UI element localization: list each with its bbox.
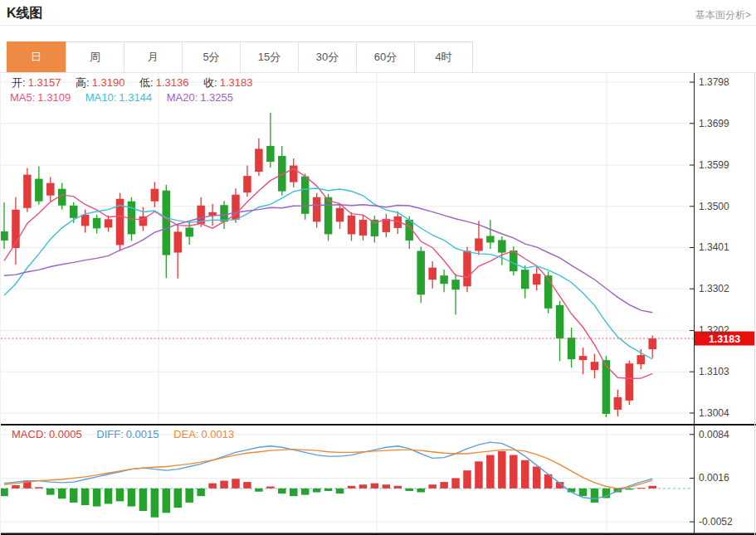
macd-bar <box>128 489 136 507</box>
candle <box>185 227 193 236</box>
ma5-value: 1.3109 <box>37 91 71 104</box>
macd-bar <box>348 486 356 489</box>
candle <box>151 189 159 202</box>
candle <box>521 270 529 289</box>
candle <box>23 175 32 208</box>
candle <box>266 146 275 162</box>
macd-bar <box>324 489 333 491</box>
macd-legend: MACD:0.0005 DIFF:0.0015 DEA:0.0013 <box>12 428 246 440</box>
close-label: 收: <box>203 76 217 89</box>
dea-label: DEA: <box>173 428 198 440</box>
macd-bar <box>163 489 171 513</box>
axis-label: 1.3202 <box>699 324 729 336</box>
open-label: 开: <box>12 76 26 89</box>
panel-separator <box>1 424 756 426</box>
dea-line <box>4 450 652 489</box>
candle <box>324 197 333 235</box>
candle <box>556 305 564 338</box>
macd-bar <box>648 486 656 489</box>
axis-label: 1.3302 <box>699 283 729 294</box>
candle <box>163 191 171 255</box>
low-label: 低: <box>139 76 154 89</box>
macd-bar <box>174 489 183 508</box>
axis-label: -0.0052 <box>699 516 733 528</box>
ma5-label: MA5: <box>10 91 35 104</box>
macd-bar <box>463 470 471 489</box>
macd-bar <box>116 489 124 502</box>
ma-legend: MA5:1.3109 MA10:1.3144 MA20:1.3255 <box>10 91 245 104</box>
dea-value: 0.0013 <box>202 428 235 440</box>
tab-5分[interactable]: 5分 <box>182 42 240 72</box>
macd-bar <box>46 489 55 495</box>
candle <box>93 218 101 229</box>
tab-月[interactable]: 月 <box>124 42 182 72</box>
period-tab-strip: 日周月5分15分30分60分4时 <box>7 41 473 73</box>
candle <box>533 274 541 285</box>
macd-bar <box>208 484 217 489</box>
candle <box>614 397 622 410</box>
macd-bar <box>510 455 518 489</box>
tab-60分[interactable]: 60分 <box>356 42 414 72</box>
diff-value: 0.0015 <box>126 428 159 440</box>
candle <box>174 231 183 252</box>
tab-日[interactable]: 日 <box>7 41 66 73</box>
axis-label: 1.3500 <box>699 201 729 212</box>
macd-bar <box>105 489 113 504</box>
candle <box>498 240 506 252</box>
macd-bar <box>313 489 321 493</box>
ma10-value: 1.3144 <box>119 91 152 104</box>
candle <box>1 231 8 241</box>
candle <box>243 176 251 192</box>
candle <box>290 166 298 182</box>
macd-bar <box>579 489 588 496</box>
macd-bar <box>301 489 310 495</box>
page-title: K线图 <box>7 5 43 22</box>
candle <box>417 251 425 295</box>
high-value: 1.3190 <box>92 76 125 89</box>
tab-周[interactable]: 周 <box>66 42 124 72</box>
close-value: 1.3183 <box>220 76 253 89</box>
candle <box>105 219 113 227</box>
candle <box>626 363 634 401</box>
macd-bar <box>290 489 298 496</box>
kline-chart-area: 1.31831.37981.36991.35991.35001.34011.33… <box>0 73 756 535</box>
ma10-label: MA10: <box>85 91 117 104</box>
axis-label: 0.0016 <box>699 472 729 484</box>
axis-label: 1.3798 <box>699 76 729 88</box>
candle <box>359 220 368 236</box>
macd-bar <box>1 489 8 496</box>
macd-bar <box>451 478 460 488</box>
fundamental-analysis-link[interactable]: 基本面分析> <box>695 8 751 22</box>
tab-30分[interactable]: 30分 <box>298 42 356 72</box>
title-divider <box>0 25 756 26</box>
macd-bar <box>151 489 159 518</box>
candle <box>579 356 588 360</box>
macd-bar <box>139 489 148 511</box>
macd-bar <box>336 489 344 494</box>
candle <box>648 338 656 349</box>
candle <box>255 148 263 172</box>
axis-label: 0.0084 <box>699 429 729 440</box>
macd-bar <box>93 489 101 507</box>
ohlc-legend: 开:1.3157 高:1.3190 低:1.3136 收:1.3183 <box>12 75 264 90</box>
macd-bar <box>243 482 251 489</box>
candle <box>81 215 90 226</box>
macd-bar <box>637 488 646 489</box>
ma20-label: MA20: <box>167 91 198 104</box>
axis-label: 1.3004 <box>699 407 729 419</box>
macd-bar <box>255 489 263 492</box>
macd-bar <box>81 489 90 505</box>
high-label: 高: <box>76 76 90 89</box>
macd-bar <box>359 484 368 489</box>
candle <box>544 275 553 309</box>
macd-bar <box>383 484 391 489</box>
tab-15分[interactable]: 15分 <box>240 42 298 72</box>
macd-bar <box>533 467 541 489</box>
macd-bar <box>12 485 20 489</box>
tab-4时[interactable]: 4时 <box>414 42 472 72</box>
candle <box>35 179 43 202</box>
macd-bar <box>185 489 193 503</box>
macd-bar <box>498 451 506 489</box>
macd-bar <box>521 460 529 489</box>
candle <box>568 338 576 359</box>
